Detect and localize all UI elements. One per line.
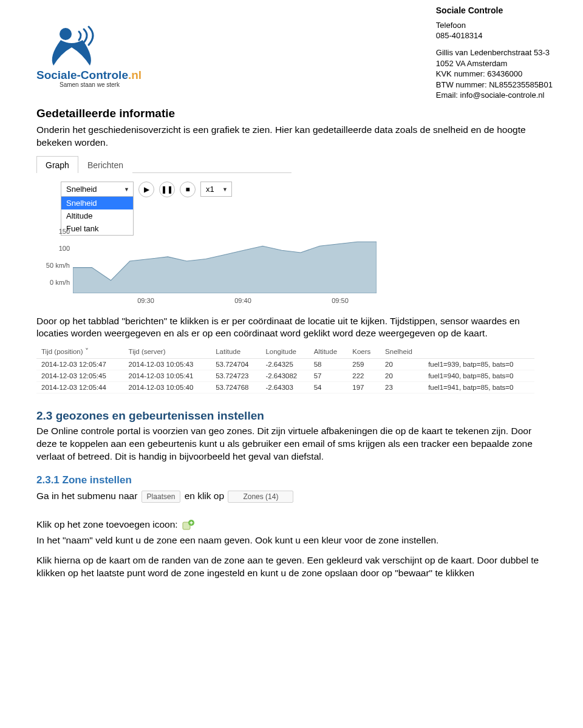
table-cell: 58 (309, 359, 348, 370)
company-info: Sociale Controle Telefoon 085-4018314 Gi… (436, 5, 553, 101)
table-cell: 259 (347, 359, 380, 370)
zone-instr-text-b: en klik op (185, 491, 227, 501)
svg-point-0 (60, 28, 72, 40)
table-cell: 20 (380, 370, 423, 382)
table-cell: fuel1=941, batp=85, bats=0 (423, 382, 534, 393)
svg-text:Sociale-Controle.nl: Sociale-Controle.nl (36, 69, 141, 81)
chip-zones[interactable]: Zones (14) (228, 491, 293, 503)
table-cell: -2.64325 (261, 359, 309, 370)
table-cell: 54 (309, 382, 348, 393)
zone-instr-line1: Ga in het submenu naar Plaatsen en klik … (36, 490, 553, 503)
section2-paragraph: Door op het tabblad "berichten" te klikk… (36, 315, 553, 341)
line-chart-svg (73, 229, 377, 293)
metric-dropdown-selected[interactable]: Snelheid (61, 182, 134, 197)
table-row[interactable]: 2014-12-03 12:05:442014-12-03 10:05:4053… (36, 382, 534, 393)
section-heading-zone-instellen: 2.3.1 Zone instellen (36, 474, 553, 486)
logo: Sociale-Controle.nl Samen staan we sterk (36, 5, 158, 92)
xtick-0950: 09:50 (332, 297, 349, 304)
graph-tabs: Graph Berichten (36, 155, 292, 173)
table-header[interactable]: Tijd (position) ˅ (36, 345, 124, 359)
table-row[interactable]: 2014-12-03 12:05:472014-12-03 10:05:4353… (36, 359, 534, 370)
table-cell: fuel1=940, batp=85, bats=0 (423, 370, 534, 382)
metric-dropdown[interactable]: Snelheid Snelheid Altitude Fuel tank (61, 182, 134, 197)
table-header[interactable] (423, 345, 534, 359)
graph-controls: Snelheid Snelheid Altitude Fuel tank ▶ ❚… (61, 182, 553, 197)
table-cell: 57 (309, 370, 348, 382)
section3-paragraph: De Online controle portal is voorzien va… (36, 425, 553, 463)
address-line-1: Gillis van Ledenberchstraat 53-3 (436, 47, 553, 58)
graph-figure: Graph Berichten Snelheid Snelheid Altitu… (36, 155, 553, 304)
tab-berichten[interactable]: Berichten (78, 156, 132, 173)
table-header[interactable]: Longitude (261, 345, 309, 359)
company-email: Email: info@sociale-controle.nl (436, 90, 553, 101)
ytick-150: 150 (36, 228, 70, 235)
xtick-0930: 09:30 (137, 297, 154, 304)
svg-text:Samen staan we sterk: Samen staan we sterk (60, 81, 120, 88)
add-zone-icon[interactable] (182, 519, 195, 532)
zone-instr-text-a: Ga in het submenu naar (36, 491, 140, 501)
company-name: Sociale Controle (436, 5, 553, 16)
table-cell: 2014-12-03 12:05:44 (36, 382, 124, 393)
tab-graph[interactable]: Graph (36, 156, 78, 173)
speed-dropdown[interactable]: x1 (200, 182, 232, 197)
section1-paragraph: Onderin het geschiedenisoverzicht is een… (36, 124, 553, 149)
table-cell: 2014-12-03 12:05:45 (36, 370, 124, 382)
ytick-100: 100 (36, 245, 70, 252)
brand-logo-icon: Sociale-Controle.nl Samen staan we sterk (36, 23, 146, 90)
table-cell: -2.64303 (261, 382, 309, 393)
table-header[interactable]: Latitude (211, 345, 261, 359)
zone-add-line1: Klik op het zone toevoegen icoon: (36, 519, 553, 532)
table-header[interactable]: Tijd (server) (124, 345, 211, 359)
table-cell: 2014-12-03 10:05:40 (124, 382, 211, 393)
btw-number: BTW nummer: NL855235585B01 (436, 80, 553, 90)
table-row[interactable]: 2014-12-03 12:05:452014-12-03 10:05:4153… (36, 370, 534, 382)
zone-add-text: Klik op het zone toevoegen icoon: (36, 519, 180, 529)
zone-add-line3: Klik hierna op de kaart om de randen van… (36, 554, 553, 580)
table-header[interactable]: Altitude (309, 345, 348, 359)
zone-add-line2: In het "naam" veld kunt u de zone een na… (36, 534, 553, 547)
chip-plaatsen[interactable]: Plaatsen (141, 491, 181, 503)
messages-table: Tijd (position) ˅Tijd (server)LatitudeLo… (36, 345, 534, 393)
table-cell: 197 (347, 382, 380, 393)
section-heading-detailed-info: Gedetailleerde informatie (36, 107, 553, 120)
phone-number: 085-4018314 (436, 30, 553, 41)
table-cell: 222 (347, 370, 380, 382)
address-line-2: 1052 VA Amsterdam (436, 58, 553, 69)
speed-chart: 150 100 50 km/h 0 km/h 09:30 09:40 09:50 (36, 201, 377, 304)
section-heading-geozones: 2.3 geozones en gebeurtenissen instellen (36, 409, 553, 423)
xtick-0940: 09:40 (234, 297, 251, 304)
table-cell: 2014-12-03 10:05:43 (124, 359, 211, 370)
ytick-0: 0 km/h (36, 279, 70, 286)
stop-icon[interactable]: ■ (180, 182, 196, 197)
pause-icon[interactable]: ❚❚ (159, 182, 175, 197)
phone-label: Telefoon (436, 20, 553, 31)
table-cell: 2014-12-03 10:05:41 (124, 370, 211, 382)
table-cell: 53.724768 (211, 382, 261, 393)
table-header[interactable]: Snelheid (380, 345, 423, 359)
table-cell: fuel1=939, batp=85, bats=0 (423, 359, 534, 370)
table-cell: 53.724723 (211, 370, 261, 382)
table-cell: 53.724704 (211, 359, 261, 370)
kvk-number: KVK nummer: 63436000 (436, 69, 553, 80)
ytick-50: 50 km/h (36, 262, 70, 269)
table-cell: 23 (380, 382, 423, 393)
table-cell: 20 (380, 359, 423, 370)
page-header: Sociale-Controle.nl Samen staan we sterk… (36, 0, 553, 101)
table-cell: 2014-12-03 12:05:47 (36, 359, 124, 370)
table-header[interactable]: Koers (347, 345, 380, 359)
table-cell: -2.643082 (261, 370, 309, 382)
play-icon[interactable]: ▶ (138, 182, 154, 197)
